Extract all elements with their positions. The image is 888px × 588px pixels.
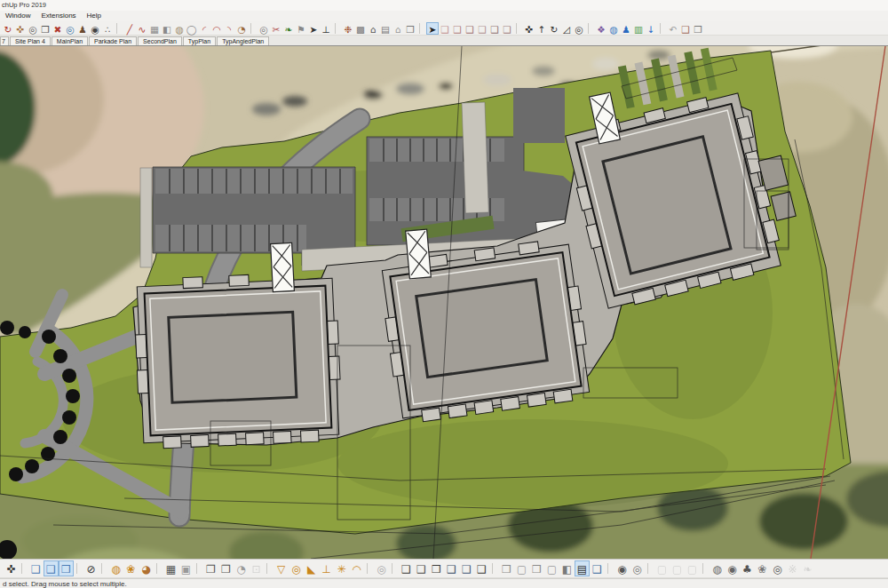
gauge-icon[interactable]: ◔ <box>234 560 249 576</box>
scene-tab-parkade-plan[interactable]: Parkade Plan <box>89 36 137 45</box>
cube-blue-b-icon[interactable]: ❑ <box>590 560 605 576</box>
drape-icon[interactable]: ◕ <box>139 560 154 576</box>
zoom-cube-icon[interactable]: ❒ <box>59 560 74 576</box>
intersect-tool[interactable]: ❑ <box>488 22 501 35</box>
stamp-icon[interactable]: ◍ <box>108 560 123 576</box>
cube-pair-icon[interactable]: ❒ <box>429 560 444 576</box>
cube-light-a-icon[interactable]: ❒ <box>499 560 514 576</box>
cube-outline-a-icon[interactable]: ▢ <box>514 560 529 576</box>
warehouse-home-tool[interactable]: ⌂ <box>367 22 379 35</box>
hand-select-icon[interactable]: ◉ <box>725 560 740 576</box>
cube-light-b-icon[interactable]: ❒ <box>529 560 544 576</box>
outer-shell-tool[interactable]: ❑ <box>439 22 451 35</box>
plan-outline-b-icon[interactable]: ▢ <box>670 560 685 576</box>
scene-tab-mainplan[interactable]: MainPlan <box>52 36 88 45</box>
polygon-tool[interactable]: ◯ <box>186 22 198 35</box>
pan-tool[interactable]: ✜ <box>14 22 27 35</box>
line-tool[interactable]: ╱ <box>123 22 136 35</box>
window-alt-icon[interactable]: ❐ <box>218 560 234 576</box>
cube-dark-c-icon[interactable]: ❑ <box>474 560 489 576</box>
import-tool[interactable]: ▥ <box>632 22 645 35</box>
menu-window[interactable]: Window <box>0 11 36 21</box>
leaf-tool-icon[interactable]: ❧ <box>800 560 815 576</box>
union-tool[interactable]: ❑ <box>451 22 464 35</box>
cube-dark-a-icon[interactable]: ❑ <box>399 560 414 576</box>
no-entry-icon[interactable]: ⊘ <box>83 560 99 576</box>
pan-cube-icon[interactable]: ❑ <box>44 560 59 576</box>
axes-tool[interactable]: ⊥ <box>320 22 332 35</box>
undo-tool[interactable]: ↶ <box>667 22 679 35</box>
circle-pale-icon[interactable]: ◎ <box>374 560 389 576</box>
viewport-canvas[interactable] <box>0 46 888 559</box>
position-camera-tool[interactable]: ♟ <box>76 22 89 35</box>
arc-tool[interactable]: ◜ <box>198 22 210 35</box>
plan-outline-c-icon[interactable]: ▢ <box>685 560 700 576</box>
offset-tool[interactable]: ◎ <box>258 22 270 35</box>
scene-tab-secondplan[interactable]: SecondPlan <box>138 36 182 45</box>
entrance-drive[interactable] <box>513 88 565 143</box>
follow-me-tool[interactable]: ❧ <box>282 22 295 35</box>
zoom-tool[interactable]: ◎ <box>27 22 39 35</box>
scene-tab-typplan[interactable]: TypPlan <box>183 36 216 45</box>
materials-tool[interactable]: ▩ <box>354 22 367 35</box>
house-tool[interactable]: ⌂ <box>392 22 404 35</box>
scene-tab-7[interactable]: 7 <box>0 36 9 45</box>
look-around-tool[interactable]: ◉ <box>89 22 101 35</box>
cube-dark-b-icon[interactable]: ❑ <box>414 560 429 576</box>
section-plane-tool[interactable]: ⚑ <box>295 22 307 35</box>
spray-icon[interactable]: ❀ <box>123 560 139 576</box>
geo-location-tool[interactable]: ◍ <box>607 22 620 35</box>
split-tool[interactable]: ❑ <box>501 22 513 35</box>
rectangle-tool[interactable]: ▦ <box>148 22 161 35</box>
scale-tool[interactable]: ◿ <box>560 22 573 35</box>
zoom-previous-tool[interactable]: ◎ <box>64 22 76 35</box>
cursor-tool[interactable]: ➤ <box>307 22 320 35</box>
display-table-icon[interactable]: ▣ <box>178 560 194 576</box>
download-model-tool[interactable]: ↓ <box>645 22 657 35</box>
circle-tool[interactable]: ◍ <box>173 22 186 35</box>
globe-gray-icon[interactable]: ◍ <box>710 560 725 576</box>
component-tool[interactable]: ❖ <box>595 22 607 35</box>
three-point-arc-tool[interactable]: ◝ <box>223 22 235 35</box>
orbit-cube-icon[interactable]: ❑ <box>28 560 44 576</box>
rotate-tool[interactable]: ↻ <box>548 22 560 35</box>
orbit-tool[interactable]: ↻ <box>2 22 14 35</box>
grass-tool-icon[interactable]: ※ <box>785 560 800 576</box>
building-west[interactable] <box>133 271 343 449</box>
move-cross-icon[interactable]: ✜ <box>4 560 19 576</box>
flower-tool-icon[interactable]: ❀ <box>755 560 770 576</box>
scene-tab-site-plan-4[interactable]: Site Plan 4 <box>10 36 51 45</box>
subtract-tool[interactable]: ❑ <box>464 22 476 35</box>
select-tool[interactable]: ➤ <box>426 22 439 35</box>
menu-help[interactable]: Help <box>82 11 107 21</box>
dome-icon[interactable]: ◠ <box>349 560 364 576</box>
camera-circle-icon[interactable]: ◎ <box>770 560 785 576</box>
funnel-icon[interactable]: ▽ <box>274 560 289 576</box>
protractor-icon[interactable]: ◎ <box>289 560 304 576</box>
paint-bucket-tool[interactable]: ❉ <box>342 22 354 35</box>
printer-tool[interactable]: ❒ <box>404 22 416 35</box>
push-pull-tool[interactable]: ↑ <box>535 22 548 35</box>
move-tool[interactable]: ✜ <box>523 22 535 35</box>
cube-outline-b-icon[interactable]: ▢ <box>544 560 559 576</box>
export-box-tool[interactable]: ❒ <box>692 22 704 35</box>
lock-icon[interactable]: ⊡ <box>249 560 264 576</box>
tree-tool-icon[interactable]: ♣ <box>740 560 755 576</box>
cube-blue-icon[interactable]: ❑ <box>459 560 474 576</box>
cube-shaded-icon[interactable]: ◧ <box>559 560 575 576</box>
walk-tool[interactable]: ∴ <box>101 22 114 35</box>
two-point-arc-tool[interactable]: ◠ <box>210 22 223 35</box>
model-viewport[interactable] <box>0 46 888 559</box>
triangle-ruler-icon[interactable]: ◣ <box>304 560 319 576</box>
offset-edges-tool[interactable]: ◎ <box>573 22 585 35</box>
person-scale-tool[interactable]: ♟ <box>620 22 632 35</box>
asterisk-icon[interactable]: ✳ <box>334 560 349 576</box>
plan-outline-a-icon[interactable]: ▢ <box>654 560 670 576</box>
trim-tool[interactable]: ❑ <box>476 22 488 35</box>
model-box-tool[interactable]: ❑ <box>679 22 692 35</box>
zoom-extents-tool[interactable]: ✖ <box>52 22 64 35</box>
axes-orange-icon[interactable]: ⊥ <box>319 560 334 576</box>
cube-layers-icon[interactable]: ▤ <box>575 560 590 576</box>
rotated-rectangle-tool[interactable]: ◧ <box>161 22 173 35</box>
display-monitor-icon[interactable]: ▦ <box>163 560 178 576</box>
